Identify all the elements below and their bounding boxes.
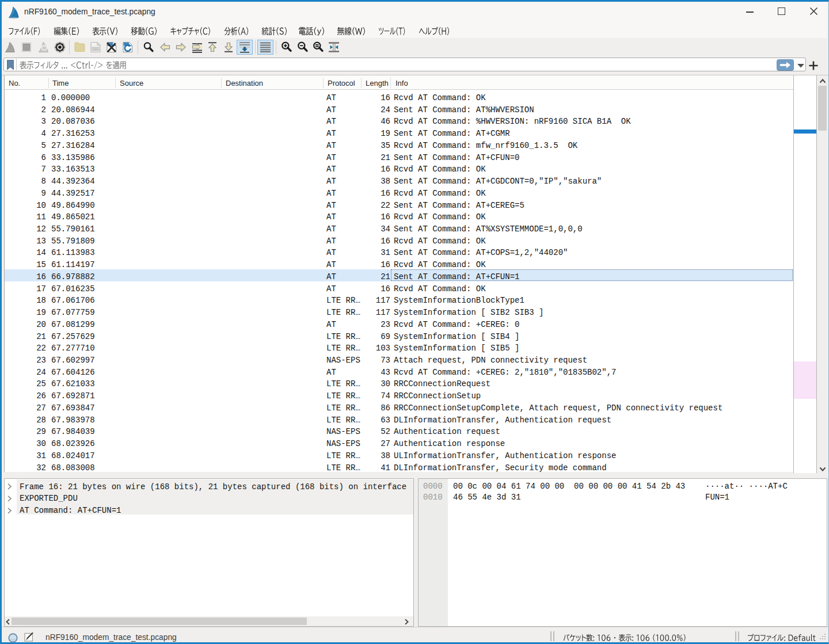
svg-text:010: 010 [93,47,98,51]
